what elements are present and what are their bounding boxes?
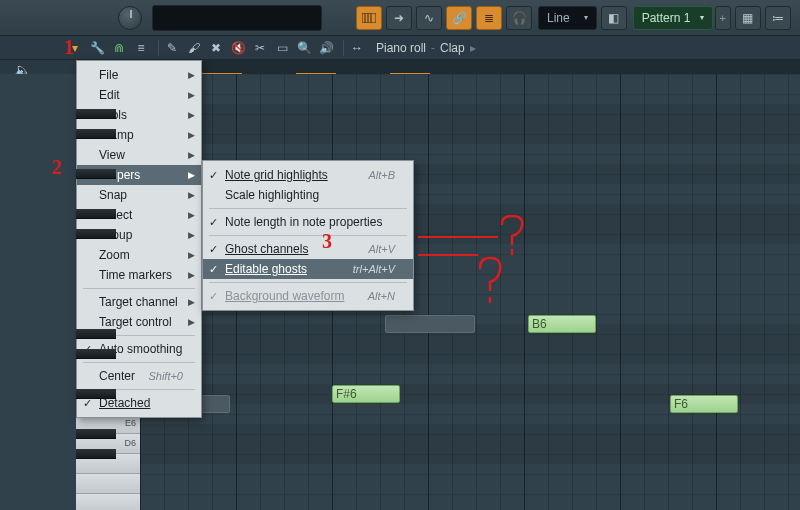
svg-rect-0	[362, 13, 376, 23]
menu-dropdown-icon[interactable]: ▾	[66, 39, 84, 57]
transport-display[interactable]	[152, 5, 322, 31]
menu-item-time-markers[interactable]: Time markers▶	[77, 265, 201, 285]
toggle-icon[interactable]: ◧	[601, 6, 627, 30]
stack-icon[interactable]: ≣	[476, 6, 502, 30]
tempo-knob[interactable]	[118, 6, 142, 30]
pianoroll-toolbar: ▾ 🔧 ⋒ ≡ ✎ 🖌 ✖ 🔇 ✂ ▭ 🔍 🔊 ↔ Piano roll - C…	[0, 36, 800, 60]
snap-select[interactable]: Line▾	[538, 6, 597, 30]
step-icon[interactable]: ➜	[386, 6, 412, 30]
menu-item-edit[interactable]: Edit▶	[77, 85, 201, 105]
breadcrumb-a: Piano roll	[376, 41, 426, 55]
play-icon[interactable]: 🔊	[317, 39, 335, 57]
timeline-ruler[interactable]	[140, 60, 800, 74]
breadcrumb[interactable]: Piano roll - Clap ▸	[376, 41, 481, 55]
mute-icon[interactable]: 🔇	[229, 39, 247, 57]
pencil-icon[interactable]: ✎	[163, 39, 181, 57]
breadcrumb-b: Clap	[440, 41, 465, 55]
menu-item-view[interactable]: View▶	[77, 145, 201, 165]
ghost-note[interactable]	[385, 315, 475, 333]
note[interactable]: F#6	[332, 385, 400, 403]
annotation-line	[418, 254, 478, 256]
note[interactable]: F6	[670, 395, 738, 413]
chevron-right-icon: -	[431, 41, 435, 55]
app-top-toolbar: ➜ ∿ 🔗 ≣ 🎧 Line▾ ◧ Pattern 1▾ + ▦ ≔	[0, 0, 800, 36]
channels-icon[interactable]: ≔	[765, 6, 791, 30]
headphones-icon[interactable]: 🎧	[506, 6, 532, 30]
pattern-select[interactable]: Pattern 1▾	[633, 6, 713, 30]
zoom-icon[interactable]: 🔍	[295, 39, 313, 57]
menu-item-scale-highlighting[interactable]: Scale highlighting	[203, 185, 413, 205]
annotation-line	[418, 236, 498, 238]
menu-item-center[interactable]: CenterShift+0	[77, 366, 201, 386]
select-rect-icon[interactable]: ▭	[273, 39, 291, 57]
list-icon[interactable]: ≡	[132, 39, 150, 57]
menu-item-note-length-properties[interactable]: ✓Note length in note properties	[203, 212, 413, 232]
brush-icon[interactable]: 🖌	[185, 39, 203, 57]
menu-item-ghost-channels[interactable]: ✓Ghost channelsAlt+V	[203, 239, 413, 259]
menu-item-target-channel[interactable]: Target channel▶	[77, 292, 201, 312]
wrench-icon[interactable]: 🔧	[88, 39, 106, 57]
helpers-submenu: ✓Note grid highlightsAlt+B Scale highlig…	[202, 160, 414, 311]
playlist-icon[interactable]: ▦	[735, 6, 761, 30]
menu-item-file[interactable]: File▶	[77, 65, 201, 85]
magnet-icon[interactable]: ⋒	[110, 39, 128, 57]
link-icon[interactable]: 🔗	[446, 6, 472, 30]
wave-icon[interactable]: ∿	[416, 6, 442, 30]
scroll-icon[interactable]: ↔	[348, 39, 366, 57]
menu-item-background-waveform[interactable]: ✓Background waveformAlt+N	[203, 286, 413, 306]
eraser-icon[interactable]: ✖	[207, 39, 225, 57]
chevron-right-icon: ▸	[470, 41, 476, 55]
pattern-add-button[interactable]: +	[715, 6, 731, 30]
typing-keyboard-icon[interactable]	[356, 6, 382, 30]
note[interactable]: B6	[528, 315, 596, 333]
menu-item-snap[interactable]: Snap▶	[77, 185, 201, 205]
slice-icon[interactable]: ✂	[251, 39, 269, 57]
menu-item-zoom[interactable]: Zoom▶	[77, 245, 201, 265]
menu-item-note-grid-highlights[interactable]: ✓Note grid highlightsAlt+B	[203, 165, 413, 185]
menu-item-editable-ghosts[interactable]: ✓Editable ghoststrl+Alt+V	[203, 259, 413, 279]
